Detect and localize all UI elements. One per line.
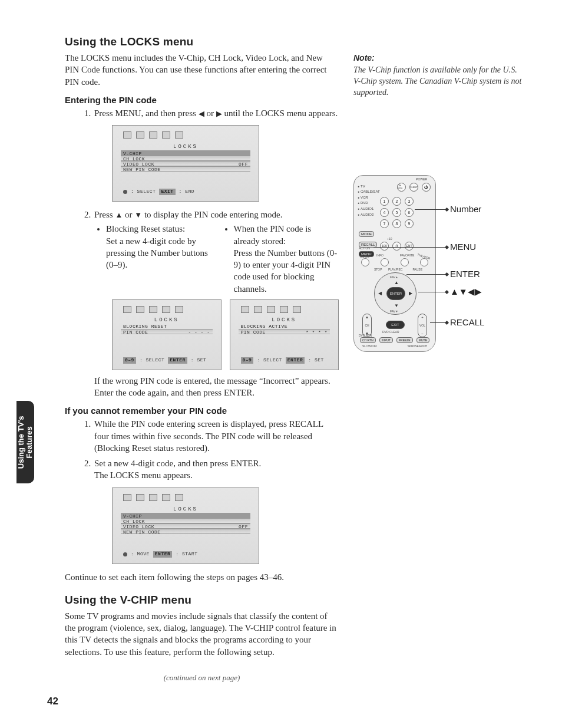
vchip-heading: Using the V-CHIP menu [65,594,339,607]
chrtn-button: CH RTN [397,183,406,192]
bullet-pin-stored: When the PIN code is already stored: Pre… [234,223,339,295]
locks-heading: Using the LOCKS menu [65,35,339,48]
callout-recall: RECALL [450,317,484,327]
vol-rocker: +VOL− [418,314,427,337]
dpad: FAV▲ ▲ ◀ ▶ ▼ FAV▼ ENTER [374,272,416,315]
sleep-button: SLEEP [409,183,418,192]
note-heading: Note: [353,53,524,62]
forgot-step-2: Set a new 4-digit code, and then press E… [93,457,339,564]
callout-enter: ENTER [450,269,480,279]
forgot-pin-heading: If you cannot remember your PIN code [65,406,339,416]
locks-intro: The LOCKS menu includes the V-Chip, CH L… [65,52,339,88]
entering-pin-heading: Entering the PIN code [65,95,339,105]
note-body: The V-Chip function is available only fo… [353,65,524,98]
down-arrow-icon: ▼ [134,210,142,220]
right-arrow-icon: ▶ [216,108,222,119]
remote-diagram: POWER TV CABLE/SAT VCR DVD AUDIO1 AUDIO2… [353,175,436,352]
osd-blocking-active: LOCKS BLOCKING ACTIVE PIN CODE* * * * 0–… [230,299,339,370]
vchip-intro: Some TV programs and movies include sign… [65,610,339,658]
exit-button: EXIT [386,321,405,329]
wrong-pin-text: If the wrong PIN code is entered, the me… [94,375,339,399]
continue-text: Continue to set each item following the … [65,571,339,583]
step-2: Press ▲ or ▼ to display the PIN code ent… [93,209,339,398]
callout-menu: MENU [450,242,476,252]
step-1: Press MENU, and then press ◀ or ▶ until … [93,107,339,202]
forgot-step-1: While the PIN code entering screen is di… [93,418,339,454]
enter-button: ENTER [386,287,405,300]
side-tab: Using the TV's Features [16,401,34,483]
continued-label: (continued on next page) [65,673,339,683]
osd-blocking-reset: LOCKS BLOCKING RESET PIN CODE- - - - 0–9… [112,299,222,370]
callout-arrows: ▲▼◀▶ [450,286,482,297]
callout-number: Number [450,204,481,214]
number-pad: 123 456 789 [380,197,415,228]
power-button: ⏻ [422,183,431,192]
up-arrow-icon: ▲ [115,210,123,220]
osd-locks-menu-2: LOCKS V-CHIP CH LOCK VIDEO LOCKOFF NEW P… [112,487,259,564]
bullet-blocking-reset: Blocking Reset status: Set a new 4-digit… [106,223,211,271]
left-arrow-icon: ◀ [199,108,204,119]
page-number: 42 [47,696,58,707]
mode-button: MODE [359,231,374,237]
osd-locks-menu: LOCKS V-CHIP CH LOCK VIDEO LOCKOFF NEW P… [112,125,259,202]
